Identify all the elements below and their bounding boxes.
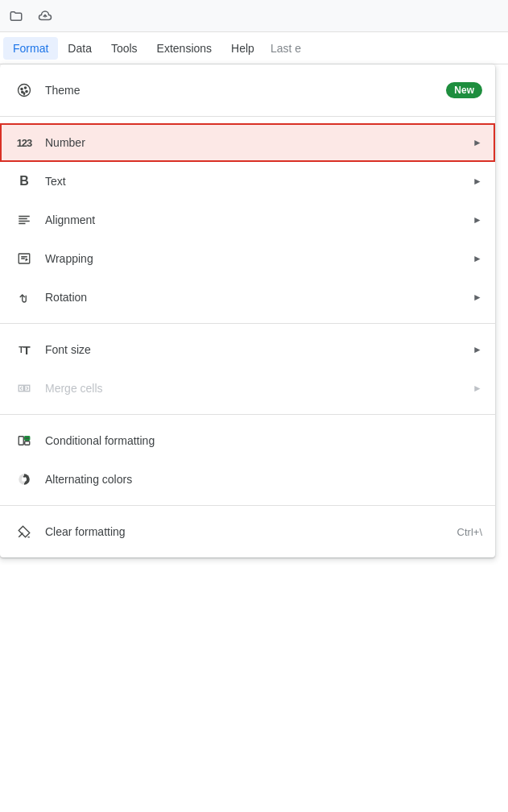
menu-item-alignment[interactable]: Alignment ► — [0, 201, 495, 239]
menu-item-conditionalformatting[interactable]: Conditional formatting — [0, 421, 495, 460]
clear-icon — [13, 524, 35, 539]
divider-4 — [0, 505, 495, 506]
svg-point-21 — [23, 476, 25, 478]
menubar-item-tools[interactable]: Tools — [101, 37, 147, 60]
menu-label-rotation: Rotation — [45, 291, 466, 304]
svg-rect-6 — [19, 216, 30, 218]
divider-2 — [0, 323, 495, 324]
svg-point-5 — [22, 91, 23, 93]
conditional-icon — [13, 433, 35, 448]
cloud-icon[interactable] — [35, 6, 55, 26]
svg-rect-8 — [19, 221, 30, 222]
svg-rect-7 — [19, 218, 27, 220]
menu-item-clearformatting[interactable]: Clear formatting Ctrl+\ — [0, 512, 495, 551]
svg-rect-9 — [19, 223, 25, 225]
bold-icon: B — [13, 174, 35, 188]
menu-label-text: Text — [45, 175, 466, 188]
clearformatting-shortcut: Ctrl+\ — [457, 526, 482, 538]
number-submenu-arrow: ► — [473, 137, 482, 148]
menubar-item-help[interactable]: Help — [221, 37, 264, 60]
menu-item-theme[interactable]: Theme New — [0, 71, 495, 110]
wrapping-submenu-arrow: ► — [473, 253, 482, 264]
menubar-item-format[interactable]: Format — [3, 37, 58, 60]
text-submenu-arrow: ► — [473, 176, 482, 187]
alignment-submenu-arrow: ► — [473, 214, 482, 226]
menu-label-theme: Theme — [45, 84, 446, 97]
merge-icon — [13, 381, 35, 396]
menubar-item-data[interactable]: Data — [58, 37, 101, 60]
format-dropdown: Theme New 123 Number ► B Text ► Alignmen… — [0, 64, 495, 557]
divider-1 — [0, 116, 495, 117]
menu-label-mergecells: Merge cells — [45, 382, 466, 395]
rotation-icon — [13, 290, 35, 304]
menu-item-rotation[interactable]: Rotation ► — [0, 278, 495, 317]
menu-label-fontsize: Font size — [45, 343, 466, 356]
menu-item-fontsize[interactable]: TT Font size ► — [0, 330, 495, 369]
alignment-icon — [13, 213, 35, 227]
menu-label-alternatingcolors: Alternating colors — [45, 473, 482, 486]
folder-icon[interactable] — [6, 6, 26, 26]
menu-label-alignment: Alignment — [45, 213, 466, 226]
svg-point-22 — [23, 481, 25, 483]
menu-label-clearformatting: Clear formatting — [45, 525, 457, 538]
menubar-last-edit: Last e — [264, 37, 308, 60]
menubar-item-extensions[interactable]: Extensions — [147, 37, 221, 60]
wrapping-icon — [13, 251, 35, 266]
svg-point-20 — [22, 477, 27, 482]
svg-point-2 — [21, 88, 23, 89]
fontsize-icon: TT — [13, 343, 35, 357]
svg-rect-13 — [19, 437, 23, 445]
menubar: Format Data Tools Extensions Help Last e — [0, 32, 508, 64]
divider-3 — [0, 414, 495, 415]
svg-point-4 — [26, 90, 27, 92]
svg-rect-15 — [25, 441, 30, 445]
menu-label-conditionalformatting: Conditional formatting — [45, 434, 482, 447]
number-icon: 123 — [13, 137, 35, 149]
menu-item-text[interactable]: B Text ► — [0, 162, 495, 201]
svg-point-3 — [24, 87, 26, 89]
toolbar — [0, 0, 508, 32]
new-badge: New — [446, 82, 482, 98]
menu-item-number[interactable]: 123 Number ► — [0, 123, 495, 162]
alternating-icon — [13, 472, 35, 487]
palette-icon — [13, 83, 35, 97]
menu-label-wrapping: Wrapping — [45, 252, 466, 265]
menu-label-number: Number — [45, 136, 466, 149]
rotation-submenu-arrow: ► — [473, 292, 482, 303]
fontsize-submenu-arrow: ► — [473, 344, 482, 355]
mergecells-submenu-arrow: ► — [473, 383, 482, 394]
menu-item-alternatingcolors[interactable]: Alternating colors — [0, 460, 495, 499]
menu-item-wrapping[interactable]: Wrapping ► — [0, 239, 495, 278]
menu-item-mergecells: Merge cells ► — [0, 369, 495, 408]
